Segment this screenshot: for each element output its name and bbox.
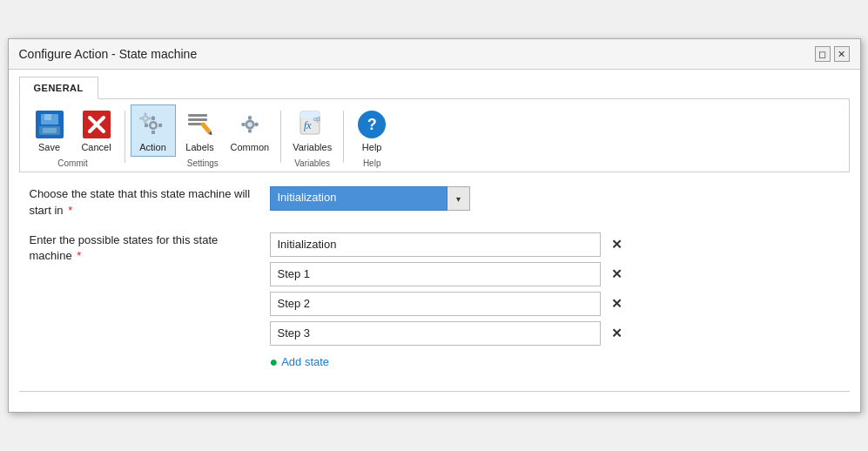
state-input-4[interactable] [270,321,601,346]
svg-rect-12 [145,124,148,127]
state-row-1: ✕ [270,232,839,257]
svg-point-9 [151,124,155,128]
action-button[interactable]: Action [131,104,176,157]
settings-buttons: Action [131,104,276,157]
action-icon [138,109,169,140]
possible-states-label: Enter the possible states for this state… [30,232,256,264]
content-area: Choose the state that this state machine… [19,172,850,390]
separator-3 [343,111,344,163]
svg-rect-2 [44,114,51,120]
help-label: Help [362,142,382,152]
add-state-label: Add state [281,355,329,368]
help-buttons: ? Help [349,104,394,157]
variables-label: Variables [293,142,332,152]
cancel-icon [81,109,112,140]
title-bar: Configure Action - State machine ◻ ✕ [9,39,860,70]
state-row-3: ✕ [270,292,839,316]
possible-states-required: * [74,249,82,262]
svg-rect-20 [139,118,142,120]
add-state-plus-icon: ● [270,354,279,370]
state-input-2[interactable] [270,262,601,286]
common-icon-svg [236,111,264,138]
states-list: ✕ ✕ ✕ [270,232,839,370]
svg-rect-31 [241,123,245,126]
svg-point-17 [144,118,147,121]
svg-rect-18 [144,113,146,116]
chevron-down-icon: ▾ [456,194,461,204]
commit-buttons: Save Cancel [27,104,119,157]
common-icon [234,109,266,140]
common-label: Common [231,142,270,152]
dialog-body: GENERAL [9,70,860,411]
tab-bar: GENERAL [19,77,850,99]
close-button[interactable]: ✕ [834,46,850,62]
help-icon: ? [356,109,387,140]
possible-states-label-text: Enter the possible states for this state… [30,233,219,262]
settings-group-label: Settings [131,158,276,168]
cancel-icon-svg [83,111,111,138]
state-row-4: ✕ [270,321,839,346]
labels-label: Labels [185,142,213,152]
cancel-button[interactable]: Cancel [74,104,119,157]
remove-state-1-button[interactable]: ✕ [608,237,626,252]
action-icon-svg [138,109,169,140]
labels-icon [185,109,216,140]
toolbar-variables-group: fx αβ Variables Variables [286,104,338,168]
variables-icon-svg: fx αβ [298,110,327,139]
separator-2 [280,111,281,163]
labels-icon-svg [186,111,214,138]
dialog-footer [19,391,850,401]
help-circle: ? [358,111,386,138]
svg-text:αβ: αβ [313,116,320,123]
common-button[interactable]: Common [225,104,276,157]
variables-icon: fx αβ [297,109,328,140]
remove-state-4-button[interactable]: ✕ [608,326,626,341]
variables-group-label: Variables [286,158,338,168]
start-state-dropdown-btn[interactable]: ▾ [447,186,470,211]
start-state-label-text: Choose the state that this state machine… [30,187,251,216]
save-icon-svg [36,111,64,138]
dialog-title: Configure Action - State machine [19,47,198,61]
labels-button[interactable]: Labels [178,104,223,157]
svg-rect-25 [200,122,212,134]
title-controls: ◻ ✕ [815,46,850,62]
toolbar: Save Cancel Commit [19,99,850,172]
save-button[interactable]: Save [27,104,72,157]
svg-point-28 [247,123,252,128]
svg-rect-4 [43,128,57,133]
toolbar-commit-group: Save Cancel Commit [27,104,119,168]
save-icon [34,109,65,140]
possible-states-control: ✕ ✕ ✕ [270,232,839,370]
state-row-2: ✕ [270,262,839,286]
svg-text:fx: fx [304,119,312,131]
toolbar-settings-group: Action [131,104,276,168]
svg-rect-24 [188,123,202,125]
separator-1 [124,111,125,163]
start-state-required: * [65,204,73,217]
remove-state-2-button[interactable]: ✕ [608,266,626,282]
variables-buttons: fx αβ Variables [286,104,338,157]
save-label: Save [38,142,60,152]
possible-states-row: Enter the possible states for this state… [30,232,839,370]
variables-button[interactable]: fx αβ Variables [286,104,338,157]
state-input-1[interactable] [270,232,601,257]
start-state-dropdown-field[interactable]: Initialization [270,186,447,211]
restore-button[interactable]: ◻ [815,46,831,62]
state-input-3[interactable] [270,292,601,316]
commit-group-label: Commit [27,158,119,168]
remove-state-3-button[interactable]: ✕ [608,296,626,312]
tab-general[interactable]: GENERAL [19,77,98,99]
help-group-label: Help [349,158,394,168]
cancel-label: Cancel [81,142,111,152]
svg-rect-21 [148,118,151,120]
configure-action-dialog: Configure Action - State machine ◻ ✕ GEN… [8,38,861,412]
add-state-link[interactable]: ● Add state [270,354,839,370]
start-state-control: Initialization ▾ [270,186,839,211]
start-state-label: Choose the state that this state machine… [30,186,256,218]
svg-rect-19 [144,122,146,125]
svg-rect-11 [151,131,155,134]
help-button[interactable]: ? Help [349,104,394,157]
svg-rect-22 [188,114,207,117]
svg-rect-23 [188,118,207,121]
action-label: Action [139,142,166,152]
